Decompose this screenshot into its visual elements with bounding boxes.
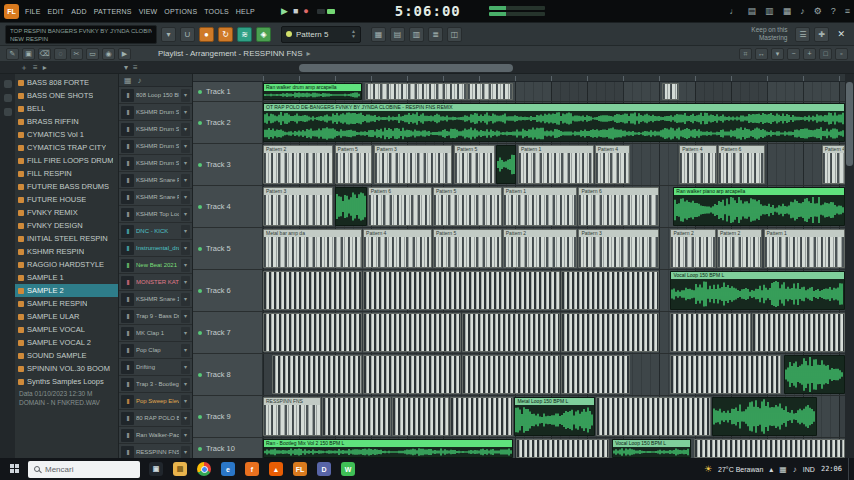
show-desktop-button[interactable] xyxy=(848,458,852,480)
track-header[interactable]: Track 2 xyxy=(193,102,263,143)
pattern-list-item[interactable]: ||||KSHMR Snare 11▾ xyxy=(119,291,192,308)
pattern-clip[interactable]: Pattern 3 xyxy=(374,145,453,184)
drum-clip[interactable] xyxy=(694,439,845,458)
browser-item[interactable]: FUTURE HOUSE xyxy=(15,193,118,206)
whatsapp-icon[interactable]: W xyxy=(336,458,360,480)
fl-logo-icon[interactable]: FL xyxy=(4,4,19,19)
metronome-icon[interactable]: ♩ xyxy=(730,6,739,16)
browser-menu-icon[interactable]: ≡ xyxy=(33,63,38,72)
track-lane[interactable] xyxy=(263,354,845,395)
audio-clip[interactable]: Metal Loop 150 BPM L xyxy=(514,397,594,436)
audio-clip[interactable]: OT RAP POLO DE-BANGERS FVNKY BY JYNDA CL… xyxy=(263,103,845,142)
chevron-down-icon[interactable]: ▾ xyxy=(181,395,190,408)
browser-item[interactable]: Synths Samples Loops xyxy=(15,375,118,388)
browser-item[interactable]: FVNKY DESIGN xyxy=(15,219,118,232)
chevron-down-icon[interactable]: ▾ xyxy=(181,446,190,459)
track-enable-light[interactable] xyxy=(198,415,202,419)
chevron-down-icon[interactable]: ▾ xyxy=(181,310,190,323)
chevron-down-icon[interactable]: ▾ xyxy=(181,429,190,442)
chevron-down-icon[interactable]: ▾ xyxy=(181,225,190,238)
pattern-clip[interactable]: Pattern 4 xyxy=(822,145,845,184)
fl-studio-icon[interactable]: FL xyxy=(288,458,312,480)
pattern-list-item[interactable]: ||||808 Loop 150 BPM L▾ xyxy=(119,87,192,104)
drum-clip[interactable] xyxy=(272,355,362,394)
settings-icon[interactable]: ⚙ xyxy=(814,6,822,16)
audio-clip[interactable]: Vocal Loop 150 BPM L xyxy=(670,271,845,310)
menu-item-add[interactable]: ADD xyxy=(71,8,86,15)
chevron-down-icon[interactable]: ▾ xyxy=(181,123,190,136)
slice-tool-icon[interactable]: ✂ xyxy=(70,48,83,60)
track-header[interactable]: Track 8 xyxy=(193,354,263,395)
discord-icon[interactable]: D xyxy=(312,458,336,480)
pattern-list-item[interactable]: ||||Pop Sweep Elev FX▾ xyxy=(119,393,192,410)
track-lane[interactable]: Pattern 3Pattern 6Pattern 5Pattern 1Patt… xyxy=(263,186,845,227)
midi-icon[interactable]: ♪ xyxy=(800,6,805,16)
pattern-clip[interactable]: Pattern 5 xyxy=(433,187,502,226)
pattern-clip[interactable]: Pattern 6 xyxy=(578,187,658,226)
language-indicator[interactable]: IND xyxy=(803,466,815,473)
rail-plugins-tab-icon[interactable] xyxy=(4,94,12,102)
chevron-down-icon[interactable]: ▾ xyxy=(181,89,190,102)
chevron-down-icon[interactable]: ▾ xyxy=(181,344,190,357)
pattern-clip[interactable]: Pattern 6 xyxy=(718,145,765,184)
chevron-down-icon[interactable]: ▾ xyxy=(181,361,190,374)
audio-clip[interactable]: Ran walker piano arp arcapella xyxy=(673,187,845,226)
track-lane[interactable]: Metal bar amp daPattern 4Pattern 5Patter… xyxy=(263,228,845,269)
menu-item-tools[interactable]: TOOLS xyxy=(204,8,229,15)
horizontal-scroll-thumb[interactable] xyxy=(299,64,513,72)
blend-recording-icon[interactable]: ▥ xyxy=(765,6,774,16)
drum-clip[interactable] xyxy=(462,313,560,352)
cpu-panel-icon[interactable]: ≡ xyxy=(845,6,850,16)
audio-clip[interactable]: Ran walker drum amp arcapella xyxy=(263,83,362,100)
drum-clip[interactable] xyxy=(752,313,845,352)
vertical-scrollbar[interactable] xyxy=(845,74,854,458)
pattern-list-item[interactable]: ||||MONSTER KATIL CLAP▾ xyxy=(119,274,192,291)
pattern-list-item[interactable]: ||||KSHMR Snare Roll 12▾ xyxy=(119,189,192,206)
pattern-list-item[interactable]: ||||KSHMR Drum Stack 150▾ xyxy=(119,138,192,155)
select-tool-icon[interactable]: ▭ xyxy=(86,48,99,60)
drum-clip[interactable] xyxy=(670,355,781,394)
pattern-clip[interactable] xyxy=(365,83,467,100)
browser-item[interactable]: SPINNIN VOL.30 BOOM xyxy=(15,362,118,375)
chevron-down-icon[interactable]: ▾ xyxy=(181,140,190,153)
pattern-list-item[interactable]: ||||Instrumental_drop arp▾ xyxy=(119,240,192,257)
browser-item[interactable]: FILL RESPIN xyxy=(15,167,118,180)
weather-text[interactable]: 27°C Berawan xyxy=(718,466,763,473)
maximize-panel-icon[interactable]: □ xyxy=(819,48,832,60)
browser-toggle-icon[interactable]: ◫ xyxy=(447,27,462,42)
drum-clip[interactable] xyxy=(392,397,449,436)
zoom-in-icon[interactable]: + xyxy=(803,48,816,60)
vlc-icon[interactable]: ▲ xyxy=(264,458,288,480)
menu-item-edit[interactable]: EDIT xyxy=(48,8,65,15)
loop-record-icon[interactable]: ↻ xyxy=(218,27,233,42)
drum-clip[interactable] xyxy=(263,271,362,310)
pattern-list-item[interactable]: ||||DNC - KICK▾ xyxy=(119,223,192,240)
browser-item[interactable]: SOUND SAMPLE xyxy=(15,349,118,362)
browser-item[interactable]: FILL FIRE LOOPS DRUM xyxy=(15,154,118,167)
track-header[interactable]: Track 5 xyxy=(193,228,263,269)
browser-item[interactable]: BRASS RIFFIN xyxy=(15,115,118,128)
pattern-clip[interactable]: Pattern 1 xyxy=(764,229,845,268)
chevron-down-icon[interactable]: ▾ xyxy=(181,276,190,289)
magnet-icon[interactable]: U xyxy=(180,27,195,42)
browser-item[interactable]: KSHMR RESPIN xyxy=(15,245,118,258)
task-view-icon[interactable]: ▣ xyxy=(144,458,168,480)
drum-clip[interactable] xyxy=(462,355,560,394)
pattern-clip[interactable]: Pattern 3 xyxy=(578,229,658,268)
pattern-list-item[interactable]: ||||Trap 9 - Bass Drop▾ xyxy=(119,308,192,325)
snap-grid-icon[interactable]: ⌗ xyxy=(739,48,752,60)
chevron-down-icon[interactable]: ▾ xyxy=(181,378,190,391)
pattern-song-toggle[interactable] xyxy=(317,9,335,14)
browser-item[interactable]: INITIAL STEEL RESPIN xyxy=(15,232,118,245)
stretch-icon[interactable]: ↔ xyxy=(755,48,768,60)
menu-item-options[interactable]: OPTIONS xyxy=(164,8,197,15)
audio-clip[interactable]: Ran - Bootleg Mix Vol 2 150 BPM L xyxy=(263,439,513,458)
track-header[interactable]: Track 6 xyxy=(193,270,263,311)
pattern-list-item[interactable]: ||||Ran Walker-Packed(2)▾ xyxy=(119,427,192,444)
track-enable-light[interactable] xyxy=(198,121,202,125)
close-icon[interactable]: ✕ xyxy=(833,29,849,39)
track-enable-light[interactable] xyxy=(198,247,202,251)
step-edit-icon[interactable]: ≋ xyxy=(237,27,252,42)
drum-clip[interactable] xyxy=(561,355,630,394)
delete-tool-icon[interactable]: ⌫ xyxy=(38,48,51,60)
